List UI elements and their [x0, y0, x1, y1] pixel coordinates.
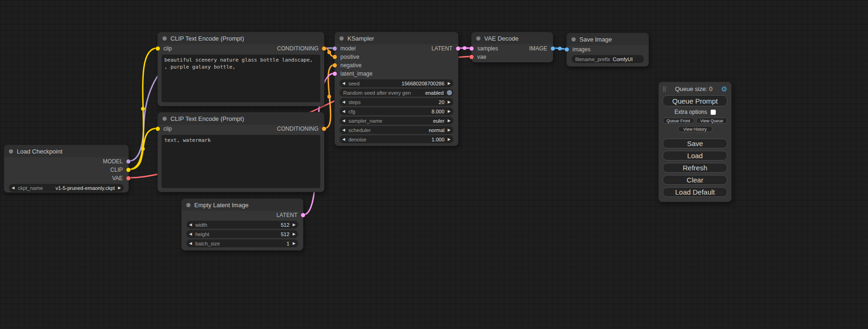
arrow-left-icon[interactable]: ◀ [342, 128, 345, 132]
collapse-toggle-icon[interactable] [186, 203, 191, 207]
node-clip-text-encode-positive[interactable]: CLIP Text Encode (Prompt) clip CONDITION… [157, 32, 325, 106]
arrow-right-icon[interactable]: ▶ [118, 186, 121, 190]
output-dot-clip[interactable] [127, 168, 131, 172]
prompt-textarea[interactable]: beautiful scenery nature glass bottle la… [162, 55, 320, 102]
load-button[interactable]: Load [663, 151, 727, 161]
node-vae-decode[interactable]: VAE Decode samples IMAGE vae [471, 32, 553, 63]
collapse-toggle-icon[interactable] [9, 149, 13, 154]
input-dot-images[interactable] [565, 48, 569, 52]
arrow-left-icon[interactable]: ◀ [12, 186, 14, 190]
input-dot-clip[interactable] [156, 47, 160, 51]
widget-filename-prefix[interactable]: filename_prefix ComfyUI [572, 55, 644, 63]
collapse-toggle-icon[interactable] [572, 37, 576, 42]
input-dot-latent-image[interactable] [333, 72, 337, 76]
arrow-left-icon[interactable]: ◀ [189, 232, 192, 236]
widget-value: euler [433, 118, 444, 124]
load-default-button[interactable]: Load Default [663, 187, 727, 197]
widget-denoise[interactable]: ◀ denoise 1.000 ▶ [339, 135, 453, 143]
output-dot-model[interactable] [127, 160, 131, 164]
link-midpoint-dot[interactable] [327, 50, 331, 54]
input-dot-model[interactable] [333, 47, 337, 51]
extra-options-checkbox[interactable] [711, 110, 716, 115]
view-queue-button[interactable]: View Queue [696, 118, 728, 124]
arrow-right-icon[interactable]: ▶ [448, 119, 451, 123]
node-title-bar[interactable]: Save Image [567, 33, 649, 45]
output-dot-latent[interactable] [301, 213, 305, 217]
arrow-left-icon[interactable]: ◀ [342, 110, 345, 113]
arrow-right-icon[interactable]: ▶ [293, 232, 296, 236]
node-title-bar[interactable]: Empty Latent Image [182, 199, 303, 211]
widget-value: ComfyUI [613, 56, 633, 62]
output-label-latent: LATENT [276, 212, 297, 218]
widget-scheduler[interactable]: ◀ scheduler normal ▶ [339, 126, 453, 134]
arrow-left-icon[interactable]: ◀ [342, 119, 345, 123]
input-dot-positive[interactable] [333, 55, 337, 59]
widget-height[interactable]: ◀ height 512 ▶ [186, 230, 298, 238]
drag-handle-icon[interactable]: ⣿ [663, 86, 666, 92]
collapse-toggle-icon[interactable] [339, 36, 344, 41]
arrow-left-icon[interactable]: ◀ [342, 138, 345, 141]
input-label-model: model [340, 45, 356, 52]
node-empty-latent-image[interactable]: Empty Latent Image LATENT ◀ width 512 ▶ … [181, 198, 303, 251]
node-title-bar[interactable]: CLIP Text Encode (Prompt) [158, 32, 324, 44]
link-midpoint-dot[interactable] [463, 46, 466, 50]
queue-prompt-button[interactable]: Queue Prompt [663, 95, 727, 106]
queue-menu-panel[interactable]: ⣿ Queue size: 0 ⚙ Queue Prompt Extra opt… [658, 82, 732, 202]
collapse-toggle-icon[interactable] [476, 36, 480, 41]
arrow-right-icon[interactable]: ▶ [448, 128, 451, 132]
node-title-bar[interactable]: Load Checkpoint [4, 145, 128, 157]
node-load-checkpoint[interactable]: Load Checkpoint MODEL CLIP VAE ◀ ckpt_na… [4, 145, 129, 193]
widget-ckpt-name[interactable]: ◀ ckpt_name v1-5-pruned-emaonly.ckpt ▶ [9, 184, 124, 192]
arrow-right-icon[interactable]: ▶ [448, 82, 451, 85]
input-dot-clip[interactable] [156, 127, 160, 131]
node-clip-text-encode-negative[interactable]: CLIP Text Encode (Prompt) clip CONDITION… [157, 112, 325, 192]
widget-sampler-name[interactable]: ◀ sampler_name euler ▶ [339, 117, 453, 125]
link-midpoint-dot[interactable] [141, 147, 145, 151]
input-dot-samples[interactable] [470, 47, 474, 51]
arrow-left-icon[interactable]: ◀ [342, 82, 345, 85]
link-midpoint-dot[interactable] [558, 47, 562, 50]
queue-front-button[interactable]: Queue Front [663, 118, 694, 124]
save-button[interactable]: Save [663, 139, 727, 148]
widget-seed[interactable]: ◀ seed 156680208700286 ▶ [339, 79, 453, 87]
refresh-button[interactable]: Refresh [663, 163, 727, 173]
clear-button[interactable]: Clear [663, 175, 727, 185]
output-dot-conditioning[interactable] [322, 127, 326, 131]
arrow-left-icon[interactable]: ◀ [342, 100, 345, 104]
arrow-left-icon[interactable]: ◀ [189, 242, 192, 245]
arrow-right-icon[interactable]: ▶ [448, 138, 451, 141]
widget-random-seed[interactable]: Random seed after every gen enabled [339, 89, 453, 97]
widget-batch-size[interactable]: ◀ batch_size 1 ▶ [186, 239, 298, 247]
arrow-right-icon[interactable]: ▶ [293, 242, 296, 245]
collapse-toggle-icon[interactable] [162, 36, 167, 41]
view-history-button[interactable]: View History [678, 126, 713, 132]
widget-label: Random seed after every gen [343, 90, 411, 96]
node-ksampler[interactable]: KSampler model LATENT positive negative … [334, 32, 459, 146]
node-title-bar[interactable]: CLIP Text Encode (Prompt) [158, 112, 324, 125]
output-dot-conditioning[interactable] [322, 47, 326, 51]
arrow-right-icon[interactable]: ▶ [448, 110, 451, 113]
widget-width[interactable]: ◀ width 512 ▶ [186, 221, 298, 229]
arrow-right-icon[interactable]: ▶ [293, 223, 296, 227]
node-title-bar[interactable]: KSampler [335, 32, 458, 44]
widget-steps[interactable]: ◀ steps 20 ▶ [339, 98, 453, 106]
output-dot-vae[interactable] [127, 176, 131, 181]
output-label-image: IMAGE [529, 45, 547, 52]
output-dot-latent[interactable] [456, 47, 460, 51]
prompt-textarea[interactable]: text, watermark [162, 135, 320, 188]
link-midpoint-dot[interactable] [327, 95, 331, 98]
node-graph-canvas[interactable]: Load Checkpoint MODEL CLIP VAE ◀ ckpt_na… [0, 0, 868, 329]
arrow-left-icon[interactable]: ◀ [189, 223, 192, 227]
toggle-knob[interactable] [447, 90, 452, 95]
input-dot-negative[interactable] [333, 63, 337, 68]
collapse-toggle-icon[interactable] [162, 117, 167, 121]
widget-value: 8.000 [431, 109, 445, 114]
arrow-right-icon[interactable]: ▶ [448, 100, 451, 104]
output-dot-image[interactable] [551, 47, 555, 51]
input-dot-vae[interactable] [470, 55, 474, 59]
node-title-bar[interactable]: VAE Decode [472, 32, 553, 44]
widget-cfg[interactable]: ◀ cfg 8.000 ▶ [339, 107, 453, 115]
settings-gear-icon[interactable]: ⚙ [721, 85, 727, 92]
node-save-image[interactable]: Save Image images filename_prefix ComfyU… [566, 33, 649, 67]
link-midpoint-dot[interactable] [141, 107, 145, 111]
